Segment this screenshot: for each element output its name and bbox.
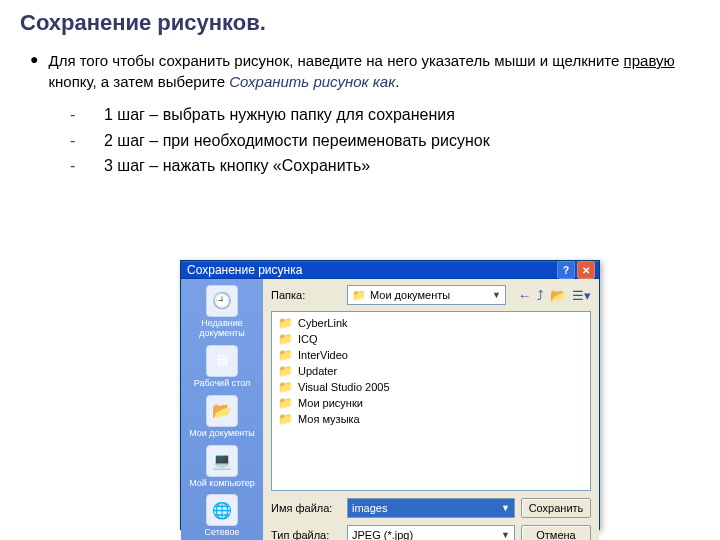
filename-input[interactable]: images▼	[347, 498, 515, 518]
para-text-2: кнопку, а затем выберите	[48, 73, 229, 90]
folder-icon: 📁	[278, 332, 293, 346]
steps-list: -1 шаг – выбрать нужную папку для сохран…	[70, 102, 700, 179]
close-button[interactable]: ✕	[577, 261, 595, 279]
place-label: Мои документы	[189, 429, 255, 439]
place-recent[interactable]: 🕘 Недавние документы	[187, 285, 257, 339]
titlebar[interactable]: Сохранение рисунка ? ✕	[181, 261, 599, 279]
newfolder-icon[interactable]: 📂	[550, 288, 566, 303]
file-name: Моя музыка	[298, 413, 360, 425]
place-desktop[interactable]: 🖥 Рабочий стол	[187, 345, 257, 389]
place-mydocs[interactable]: 📂 Мои документы	[187, 395, 257, 439]
folder-icon: 📁	[278, 396, 293, 410]
folder-label: Папка:	[271, 289, 341, 301]
chevron-down-icon: ▼	[501, 503, 510, 513]
file-name: Visual Studio 2005	[298, 381, 390, 393]
para-text-3: .	[395, 73, 399, 90]
filetype-combo[interactable]: JPEG (*.jpg)▼	[347, 525, 515, 540]
step-item: -3 шаг – нажать кнопку «Сохранить»	[70, 153, 700, 179]
desktop-icon: 🖥	[206, 345, 238, 377]
recent-icon: 🕘	[206, 285, 238, 317]
list-item[interactable]: 📁CyberLink	[278, 315, 584, 331]
chevron-down-icon: ▼	[501, 530, 510, 540]
help-button[interactable]: ?	[557, 261, 575, 279]
up-icon[interactable]: ⤴	[537, 288, 544, 303]
folder-combo[interactable]: 📁 Мои документы ▼	[347, 285, 506, 305]
para-underlined: правую	[624, 52, 675, 69]
file-name: ICQ	[298, 333, 318, 345]
file-name: CyberLink	[298, 317, 348, 329]
list-item[interactable]: 📁ICQ	[278, 331, 584, 347]
cancel-button[interactable]: Отмена	[521, 525, 591, 540]
file-list[interactable]: 📁CyberLink 📁ICQ 📁InterVideo 📁Updater 📁Vi…	[271, 311, 591, 491]
folder-selected: Мои документы	[370, 289, 450, 301]
folder-icon: 📁	[278, 348, 293, 362]
para-italic: Сохранить рисунок как	[229, 73, 395, 90]
step-text: 1 шаг – выбрать нужную папку для сохране…	[104, 102, 455, 128]
dialog-title: Сохранение рисунка	[187, 263, 302, 277]
place-computer[interactable]: 💻 Мой компьютер	[187, 445, 257, 489]
file-name: Мои рисунки	[298, 397, 363, 409]
bullet-icon: ●	[30, 50, 38, 92]
slide-title: Сохранение рисунков.	[20, 10, 700, 36]
back-icon[interactable]: ←	[518, 288, 531, 303]
views-icon[interactable]: ☰▾	[572, 288, 591, 303]
folder-icon: 📁	[278, 364, 293, 378]
folder-icon: 📁	[352, 289, 366, 302]
places-bar: 🕘 Недавние документы 🖥 Рабочий стол 📂 Мо…	[181, 279, 263, 540]
mydocs-icon: 📂	[206, 395, 238, 427]
step-text: 2 шаг – при необходимости переименовать …	[104, 128, 490, 154]
place-label: Рабочий стол	[194, 379, 251, 389]
filetype-label: Тип файла:	[271, 529, 341, 540]
list-item[interactable]: 📁Моя музыка	[278, 411, 584, 427]
computer-icon: 💻	[206, 445, 238, 477]
folder-icon: 📁	[278, 316, 293, 330]
step-item: -2 шаг – при необходимости переименовать…	[70, 128, 700, 154]
network-icon: 🌐	[206, 494, 238, 526]
list-item[interactable]: 📁Visual Studio 2005	[278, 379, 584, 395]
folder-icon: 📁	[278, 380, 293, 394]
file-name: InterVideo	[298, 349, 348, 361]
place-label: Недавние документы	[187, 319, 257, 339]
place-label: Мой компьютер	[189, 479, 255, 489]
step-text: 3 шаг – нажать кнопку «Сохранить»	[104, 153, 370, 179]
chevron-down-icon: ▼	[492, 290, 501, 300]
place-label: Сетевое окружение	[187, 528, 257, 540]
filename-value: images	[352, 502, 387, 514]
place-network[interactable]: 🌐 Сетевое окружение	[187, 494, 257, 540]
file-name: Updater	[298, 365, 337, 377]
filetype-value: JPEG (*.jpg)	[352, 529, 413, 540]
list-item[interactable]: 📁InterVideo	[278, 347, 584, 363]
list-item[interactable]: 📁Updater	[278, 363, 584, 379]
step-item: -1 шаг – выбрать нужную папку для сохран…	[70, 102, 700, 128]
para-text-1: Для того чтобы сохранить рисунок, наведи…	[48, 52, 623, 69]
save-dialog: Сохранение рисунка ? ✕ 🕘 Недавние докуме…	[180, 260, 600, 530]
instruction-paragraph: ● Для того чтобы сохранить рисунок, наве…	[30, 50, 700, 92]
list-item[interactable]: 📁Мои рисунки	[278, 395, 584, 411]
save-button[interactable]: Сохранить	[521, 498, 591, 518]
folder-icon: 📁	[278, 412, 293, 426]
filename-label: Имя файла:	[271, 502, 341, 514]
